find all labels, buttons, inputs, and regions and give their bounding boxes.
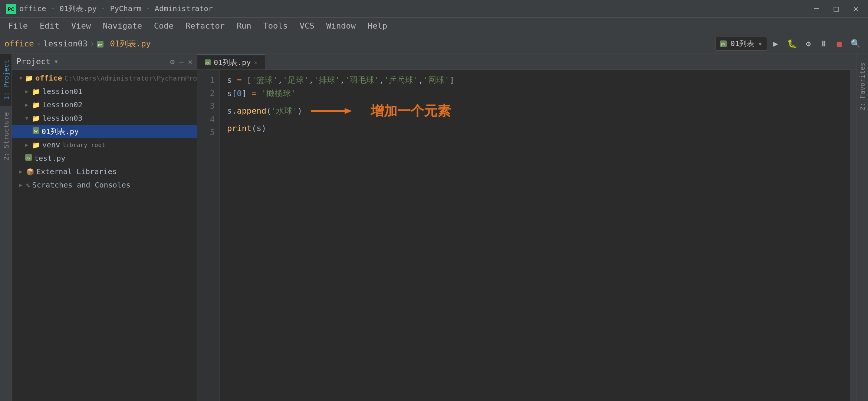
project-header-left: Project ▾ [16,57,59,66]
menu-edit[interactable]: Edit [34,19,65,33]
root-label: office [35,74,62,82]
project-header-right: ⚙ — ✕ [170,57,193,66]
code-idx-0: 0 [237,87,242,100]
menu-run[interactable]: Run [231,19,257,33]
breadcrumb-office[interactable]: office [4,39,34,48]
editor-tabs: py 01列表.py ✕ [197,53,856,70]
code-idx-bracket-c: ] [242,87,247,100]
ext-libs-label: External Libraries [36,167,117,176]
titlebar: PC office - 01列表.py - PyCharm - Administ… [0,0,868,18]
tree-01list[interactable]: py 01列表.py [12,125,197,138]
code-str-ganlan: '橄榄球' [262,87,296,100]
tab-label: 01列表.py [214,58,251,68]
breadcrumb-file[interactable]: py 01列表.py [97,38,151,49]
menu-help[interactable]: Help [362,19,392,33]
structure-tab[interactable]: 2: Structure [0,106,11,166]
search-everywhere-button[interactable]: 🔍 [848,38,864,50]
code-comma2: , [309,74,314,87]
menubar: File Edit View Navigate Code Refactor Ru… [0,18,868,34]
root-path: C:\Users\Administrator\PycharmPro [64,74,197,82]
tab-01list[interactable]: py 01列表.py ✕ [197,55,265,69]
collapse-icon[interactable]: — [179,57,184,66]
file-01list-label: 01列表.py [42,127,79,137]
code-str-4: '羽毛球' [345,74,379,87]
code-s-idx: s [227,87,232,100]
project-tab[interactable]: 1: Project [0,53,11,106]
code-line-4: print ( s ) [227,122,843,135]
menu-tools[interactable]: Tools [258,19,293,33]
annotation-text: 增加一个元素 [371,100,451,122]
profile-button[interactable]: ⏸ [817,38,831,50]
code-print-close: ) [262,122,266,135]
code-idx-bracket: [ [232,87,237,100]
code-line-5 [227,135,843,149]
code-print-open: ( [251,122,256,135]
code-bracket-open1: [ [247,74,251,87]
code-print-s: s [256,122,261,135]
svg-text:py: py [26,156,30,160]
run-button[interactable]: ▶ [770,38,781,50]
code-str-1: '篮球' [251,74,278,87]
lession02-label: lession02 [42,100,82,109]
main-layout: 1: Project 2: Structure Project ▾ ⚙ — ✕ … [0,53,868,401]
minimize-button[interactable]: ─ [810,3,822,15]
code-paren-open: ( [266,104,271,117]
code-str-5: '乒乓球' [384,74,418,87]
code-content[interactable]: s = [ '篮球' , '足球' , '排球' , '羽毛球' , '乒乓球'… [220,70,850,401]
code-paren-close: ) [297,104,302,117]
tree-venv[interactable]: ▶ 📁 venv library root [12,138,197,151]
debug-button[interactable]: 🐛 [784,38,800,50]
side-tabs: 1: Project 2: Structure [0,53,12,401]
close-panel-icon[interactable]: ✕ [188,57,193,66]
tree-external-libs[interactable]: ▶ 📦 External Libraries [12,165,197,178]
menu-window[interactable]: Window [321,19,361,33]
gear-icon[interactable]: ⚙ [170,57,175,66]
tab-close-icon[interactable]: ✕ [254,59,257,66]
code-comma3: , [340,74,345,87]
favorites-tab[interactable]: 2: Favorites [856,56,868,117]
menu-navigate[interactable]: Navigate [98,19,147,33]
menu-file[interactable]: File [3,19,33,33]
tree-scratches[interactable]: ▶ ✎ Scratches and Consoles [12,178,197,192]
titlebar-left: PC office - 01列表.py - PyCharm - Administ… [6,4,213,14]
breadcrumb-lession03[interactable]: lession03 [43,39,88,48]
venv-label: venv [42,140,60,149]
line-num-4: 4 [197,113,215,126]
code-dot: . [232,104,237,117]
lession01-label: lession01 [42,87,82,96]
code-line-3: s . append ( '水球' ) 增加一个元素 [227,100,843,122]
project-panel: Project ▾ ⚙ — ✕ ▼ 📁 office C:\Users\Admi… [12,53,197,401]
run-config-arrow[interactable]: ▾ [758,39,762,48]
venv-badge: library root [62,141,105,149]
arrow-annotation [311,107,356,115]
code-bracket-close1: ] [450,74,454,87]
titlebar-controls: ─ □ ✕ [810,3,862,15]
maximize-button[interactable]: □ [830,3,842,15]
code-editor[interactable]: 1 2 3 4 5 s = [ '篮球' , '足球' , '排球' , [197,70,856,401]
editor-scrollbar[interactable] [850,70,856,401]
tree-lession02[interactable]: ▶ 📁 lession02 [12,98,197,111]
code-line-2: s [ 0 ] = '橄榄球' [227,87,843,100]
menu-vcs[interactable]: VCS [295,19,320,33]
tree-lession03[interactable]: ▼ 📁 lession03 [12,111,197,125]
stop-button[interactable]: ■ [834,38,845,50]
svg-text:py: py [206,61,209,65]
menu-code[interactable]: Code [149,19,179,33]
breadcrumb-sep1: › [36,39,41,48]
run-config-label[interactable]: 01列表 [730,39,754,49]
project-dropdown-icon[interactable]: ▾ [54,57,59,66]
code-s-append: s [227,104,232,117]
coverage-button[interactable]: ⚙ [803,38,814,50]
menu-refactor[interactable]: Refactor [180,19,230,33]
tree-root[interactable]: ▼ 📁 office C:\Users\Administrator\Pychar… [12,71,197,85]
code-str-3: '排球' [314,74,340,87]
code-func-print: print [227,122,251,135]
tree-lession01[interactable]: ▶ 📁 lession01 [12,85,197,98]
project-label: Project [16,57,51,66]
close-button[interactable]: ✕ [850,3,862,15]
code-func-append: append [237,104,266,117]
menu-view[interactable]: View [66,19,96,33]
line-num-2: 2 [197,87,215,100]
titlebar-title: office - 01列表.py - PyCharm - Administrat… [19,4,213,14]
tree-test[interactable]: py test.py [12,151,197,165]
